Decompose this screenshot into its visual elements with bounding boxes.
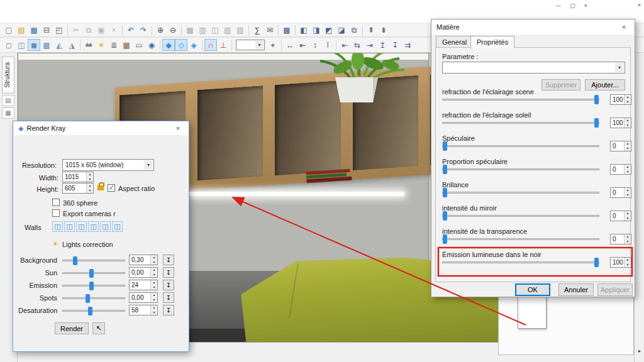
slider-thumb[interactable]: [89, 269, 94, 278]
value-spinbox[interactable]: 100▴▾: [610, 94, 631, 105]
panel-right-icon[interactable]: ◨: [310, 24, 323, 36]
sum-icon[interactable]: ∑: [251, 24, 264, 36]
apply-all-button[interactable]: ↧: [163, 305, 174, 315]
font-size-icon[interactable]: aa: [82, 39, 95, 51]
value-spinbox[interactable]: 0,30▴▾: [129, 255, 158, 265]
render-kray-titlebar[interactable]: ◈ Render Kray ×: [13, 121, 189, 135]
export-cameras-checkbox[interactable]: [52, 209, 60, 217]
magnet-icon[interactable]: ∩: [204, 39, 217, 51]
align-top-icon[interactable]: ↥: [376, 39, 389, 51]
slider-track[interactable]: [62, 297, 125, 299]
table-icon[interactable]: ▦: [184, 24, 196, 36]
value-spinbox[interactable]: 0▴▾: [610, 141, 631, 151]
structure-tab[interactable]: Struktura: [2, 57, 14, 94]
slider-thumb[interactable]: [443, 141, 447, 151]
move-up-icon[interactable]: ⇞: [365, 24, 377, 36]
matiere-titlebar[interactable]: Matière ×: [431, 19, 635, 35]
snap-center-icon[interactable]: ◈: [187, 39, 200, 51]
slider-thumb[interactable]: [443, 165, 447, 174]
material-icon[interactable]: ▦: [120, 39, 133, 51]
snap-edge-icon[interactable]: ◇: [175, 39, 187, 51]
slider-thumb[interactable]: [88, 307, 92, 315]
cut-icon[interactable]: ✂: [70, 24, 82, 36]
perspective-view-icon[interactable]: ◭: [53, 39, 65, 51]
apply-all-button[interactable]: ↧: [163, 280, 174, 290]
merge-cells-icon[interactable]: ▧: [221, 24, 234, 36]
slider-track[interactable]: [62, 310, 125, 312]
slider-track[interactable]: [62, 285, 125, 287]
column-layout-icon[interactable]: ◫: [209, 24, 221, 36]
levels-panel-icon[interactable]: ▦: [2, 107, 14, 119]
slider-track[interactable]: [442, 215, 599, 217]
slider-thumb[interactable]: [443, 211, 447, 221]
panel-top-icon[interactable]: ◩: [323, 24, 335, 36]
panel-bottom-icon[interactable]: ◪: [335, 24, 348, 36]
aspect-ratio-checkbox[interactable]: [108, 184, 115, 192]
annuler-button[interactable]: Annuler: [558, 283, 594, 296]
textured-view-icon[interactable]: ▩: [40, 39, 53, 51]
value-spinbox[interactable]: 24▴▾: [129, 280, 158, 290]
wall-mode-5[interactable]: ◫: [100, 221, 111, 232]
measure-horizontal-icon[interactable]: ↔: [284, 39, 296, 51]
shaded-view-icon[interactable]: ◼: [28, 39, 40, 51]
slider-track[interactable]: [442, 238, 599, 240]
print-preview-icon[interactable]: ◰: [53, 24, 65, 36]
grid-icon[interactable]: ▩: [280, 24, 293, 36]
move-down-icon[interactable]: ⇟: [377, 24, 390, 36]
slider-track[interactable]: [442, 122, 599, 124]
cascade-windows-icon[interactable]: ⧉: [348, 24, 360, 36]
slider-track[interactable]: [442, 99, 599, 101]
zoom-out-icon[interactable]: ⊖: [167, 24, 179, 36]
value-spinbox[interactable]: 0▴▾: [610, 164, 631, 175]
value-spinbox[interactable]: 58▴▾: [129, 305, 158, 315]
tab-general[interactable]: General: [436, 36, 473, 48]
wall-mode-1[interactable]: ◫: [52, 221, 63, 232]
new-document-icon[interactable]: ▢: [3, 24, 15, 36]
mail-icon[interactable]: ✉: [264, 24, 276, 36]
apply-all-button[interactable]: ↧: [163, 267, 174, 278]
panel-left-icon[interactable]: ◧: [297, 24, 310, 36]
measure-vertical-icon[interactable]: ↕: [309, 39, 321, 51]
snap-point-icon[interactable]: ◆: [162, 39, 175, 51]
width-field[interactable]: 1015 ▴▾: [62, 172, 94, 182]
hidden-line-view-icon[interactable]: ◫: [15, 39, 28, 51]
align-center-icon[interactable]: ⇆: [351, 39, 364, 51]
value-spinbox[interactable]: 0▴▾: [610, 234, 631, 244]
value-spinbox[interactable]: 0▴▾: [610, 187, 631, 198]
print-icon[interactable]: ⊟: [40, 24, 53, 36]
slider-track[interactable]: [442, 261, 599, 263]
align-left-icon[interactable]: ⇤: [338, 39, 351, 51]
slider-thumb[interactable]: [594, 118, 599, 128]
slider-track[interactable]: [442, 168, 599, 170]
anchor-icon[interactable]: ⊥: [217, 39, 230, 51]
distribute-icon[interactable]: ⇉: [401, 39, 414, 51]
wireframe-view-icon[interactable]: ◻: [3, 39, 15, 51]
spinner-arrows[interactable]: ▴▾: [86, 184, 93, 193]
ortho-view-icon[interactable]: ◮: [65, 39, 78, 51]
value-spinbox[interactable]: 0▴▾: [610, 211, 631, 221]
close-icon[interactable]: ×: [618, 23, 630, 31]
catalog-panel-icon[interactable]: ▤: [2, 95, 14, 106]
align-bottom-icon[interactable]: ↧: [389, 39, 401, 51]
slider-thumb[interactable]: [443, 234, 447, 244]
screen-icon[interactable]: ▭: [133, 39, 145, 51]
measure-baseline-icon[interactable]: ⊺: [321, 39, 334, 51]
resolution-select[interactable]: 1015 x 605 (window)▾: [62, 159, 154, 171]
light-icon[interactable]: ☀: [95, 39, 108, 51]
zoom-selection-icon[interactable]: ⌖: [267, 39, 279, 51]
close-icon[interactable]: ×: [172, 124, 184, 132]
slider-track[interactable]: [62, 272, 125, 274]
zoom-in-icon[interactable]: ⊕: [154, 24, 167, 36]
wall-mode-4[interactable]: ◫: [88, 221, 99, 232]
undo-icon[interactable]: ↶: [125, 24, 137, 36]
slider-thumb[interactable]: [86, 294, 90, 303]
wall-mode-3[interactable]: ◫: [76, 221, 87, 232]
height-field[interactable]: 605 ▴▾: [62, 183, 94, 194]
minimize-icon[interactable]: —: [555, 3, 561, 9]
maximize-icon[interactable]: ▢: [570, 3, 575, 9]
page-preview[interactable]: [518, 296, 547, 329]
paste-icon[interactable]: ▣: [95, 24, 108, 36]
measure-limit-icon[interactable]: ⇤: [296, 39, 309, 51]
wall-mode-6[interactable]: ◫: [112, 221, 123, 232]
apply-all-button[interactable]: ↧: [163, 292, 174, 303]
